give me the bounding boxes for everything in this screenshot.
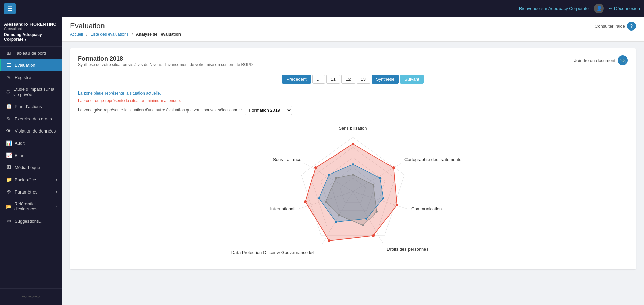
sidebar-item-parametres[interactable]: ⚙ Paramètres ‹ bbox=[0, 186, 62, 198]
breadcrumb: Accueil / Liste des évaluations / Analys… bbox=[70, 32, 181, 37]
page-11-button[interactable]: 11 bbox=[326, 75, 340, 84]
breadcrumb-home[interactable]: Accueil bbox=[70, 32, 83, 37]
svg-point-17 bbox=[396, 204, 398, 206]
svg-point-27 bbox=[318, 197, 320, 199]
chevron-referentiel-icon: ‹ bbox=[56, 205, 57, 208]
user-avatar: 👤 bbox=[594, 4, 604, 13]
sidebar-item-etude[interactable]: 🛡 Etude d'impact sur la vie privée bbox=[0, 83, 62, 100]
sidebar-item-label: Evaluation bbox=[15, 63, 35, 68]
content-area: Formation 2018 Synthèse de votre situati… bbox=[62, 42, 644, 276]
sidebar-item-label: Plan d'actions bbox=[15, 104, 42, 109]
svg-text:Cartographie des traitements: Cartographie des traitements bbox=[404, 157, 461, 162]
legend: La zone bleue représente la situation ac… bbox=[78, 90, 628, 115]
violation-icon: 👁 bbox=[6, 128, 12, 134]
svg-point-19 bbox=[328, 239, 330, 242]
sidebar-item-referentiel[interactable]: 📂 Référentiel d'exigences ‹ bbox=[0, 198, 62, 215]
svg-point-34 bbox=[325, 201, 327, 203]
deconnexion-icon: ↩ bbox=[609, 6, 613, 11]
synthese-button[interactable]: Synthèse bbox=[372, 75, 399, 84]
layout: Alessandro FIORENTINO Consultant Demoing… bbox=[0, 17, 644, 305]
plan-icon: 📋 bbox=[6, 104, 12, 109]
page-12-button[interactable]: 12 bbox=[341, 75, 355, 84]
svg-point-26 bbox=[335, 221, 337, 223]
sidebar-item-label: Paramètres bbox=[15, 189, 37, 195]
page-title-section: Evaluation Accueil / Liste des évaluatio… bbox=[70, 22, 181, 37]
sidebar-item-label: Bilan bbox=[15, 153, 24, 158]
user-role: Consultant bbox=[4, 27, 58, 31]
sidebar-item-evaluation[interactable]: ☰ Evaluation bbox=[0, 59, 62, 71]
sidebar-bottom: 〜〜〜 bbox=[0, 288, 62, 305]
attach-icon: 📎 bbox=[618, 55, 628, 65]
svg-point-30 bbox=[372, 184, 374, 186]
legend-gray-text: La zone grise représente la situation d'… bbox=[78, 107, 242, 114]
ellipsis-button[interactable]: ... bbox=[312, 75, 325, 84]
svg-point-15 bbox=[352, 143, 354, 145]
svg-point-32 bbox=[362, 224, 364, 226]
evaluation-icon: ☰ bbox=[6, 62, 12, 68]
svg-text:Droits des personnes: Droits des personnes bbox=[387, 247, 429, 252]
svg-point-20 bbox=[304, 200, 307, 203]
help-button[interactable]: Consulter l'aide ? bbox=[595, 22, 636, 30]
sidebar-item-plan[interactable]: 📋 Plan d'actions bbox=[0, 100, 62, 113]
pagination: Précédent ... 11 12 13 Synthèse Suivant bbox=[78, 75, 628, 84]
svg-point-28 bbox=[328, 174, 330, 176]
svg-text:Sous-traitance: Sous-traitance bbox=[273, 157, 301, 162]
backoffice-icon: 📁 bbox=[6, 177, 12, 182]
sidebar-item-violation[interactable]: 👁 Violation de données bbox=[0, 125, 62, 137]
svg-point-16 bbox=[392, 166, 395, 169]
svg-text:Data Protection Officer & Gouv: Data Protection Officer & Gouvernance I&… bbox=[231, 250, 316, 255]
menu-button[interactable]: ☰ bbox=[4, 3, 16, 14]
sidebar-item-suggestions[interactable]: ✉ Suggestions... bbox=[0, 215, 62, 227]
mediatheque-icon: 🖼 bbox=[6, 165, 12, 170]
next-button[interactable]: Suivant bbox=[400, 75, 423, 84]
sidebar-item-tableau[interactable]: ⊞ Tableau de bord bbox=[0, 47, 62, 59]
svg-point-22 bbox=[352, 163, 354, 165]
page-title: Evaluation bbox=[70, 22, 181, 30]
evaluation-selector[interactable]: Formation 2019 Formation 2018 Formation … bbox=[245, 106, 292, 115]
svg-point-21 bbox=[314, 166, 317, 169]
svg-point-29 bbox=[352, 174, 354, 176]
help-circle-icon: ? bbox=[627, 22, 636, 30]
sidebar-user: Alessandro FIORENTINO Consultant Demoing… bbox=[0, 17, 62, 47]
svg-point-23 bbox=[379, 177, 381, 179]
sidebar-item-audit[interactable]: 📊 Audit bbox=[0, 137, 62, 149]
sidebar-item-registre[interactable]: ✎ Registre bbox=[0, 71, 62, 83]
welcome-text: Bienvenue sur Adequacy Corporate bbox=[519, 6, 589, 11]
sidebar-item-mediatheque[interactable]: 🖼 Médiathèque bbox=[0, 161, 62, 174]
bilan-icon: 📈 bbox=[6, 152, 12, 158]
svg-point-33 bbox=[338, 214, 340, 216]
sidebar-item-bilan[interactable]: 📈 Bilan bbox=[0, 149, 62, 161]
registre-icon: ✎ bbox=[6, 75, 12, 80]
audit-icon: 📊 bbox=[6, 140, 12, 146]
topbar-right: Bienvenue sur Adequacy Corporate 👤 ↩ Déc… bbox=[519, 4, 640, 13]
formation-title: Formation 2018 bbox=[78, 55, 253, 62]
deconnexion-button[interactable]: ↩ Déconnexion bbox=[609, 6, 640, 11]
svg-point-35 bbox=[335, 177, 337, 179]
card-header: Formation 2018 Synthèse de votre situati… bbox=[78, 55, 628, 73]
sidebar-item-exercice[interactable]: ✎ Exercice des droits bbox=[0, 113, 62, 125]
sidebar-item-label: Etude d'impact sur la vie privée bbox=[13, 87, 57, 97]
card-title-section: Formation 2018 Synthèse de votre situati… bbox=[78, 55, 253, 73]
breadcrumb-list[interactable]: Liste des évaluations bbox=[91, 32, 129, 37]
topbar: ☰ Bienvenue sur Adequacy Corporate 👤 ↩ D… bbox=[0, 0, 644, 17]
breadcrumb-current: Analyse de l'évaluation bbox=[136, 32, 181, 37]
legend-blue: La zone bleue représente la situation ac… bbox=[78, 90, 628, 97]
radar-chart-container: Sensibilisation Cartographie des traitem… bbox=[78, 120, 628, 263]
tableau-icon: ⊞ bbox=[6, 50, 12, 56]
svg-text:Communication: Communication bbox=[411, 206, 442, 211]
chevron-parametres-icon: ‹ bbox=[56, 190, 57, 194]
attach-document-button[interactable]: Joindre un document 📎 bbox=[574, 55, 628, 65]
sidebar-item-label: Référentiel d'exigences bbox=[14, 201, 53, 211]
sidebar-item-backoffice[interactable]: 📁 Back office ‹ bbox=[0, 174, 62, 186]
prev-button[interactable]: Précédent bbox=[282, 75, 311, 84]
svg-text:International: International bbox=[270, 206, 295, 211]
legend-red: La zone rouge représente la situation mi… bbox=[78, 97, 628, 105]
sidebar: Alessandro FIORENTINO Consultant Demoing… bbox=[0, 17, 62, 305]
parametres-icon: ⚙ bbox=[6, 189, 12, 195]
svg-point-18 bbox=[372, 234, 375, 237]
sidebar-item-label: Audit bbox=[15, 141, 25, 146]
user-name: Alessandro FIORENTINO bbox=[4, 22, 58, 27]
page-13-button[interactable]: 13 bbox=[357, 75, 370, 84]
radar-chart: Sensibilisation Cartographie des traitem… bbox=[78, 120, 628, 263]
sidebar-item-label: Violation de données bbox=[15, 128, 56, 134]
